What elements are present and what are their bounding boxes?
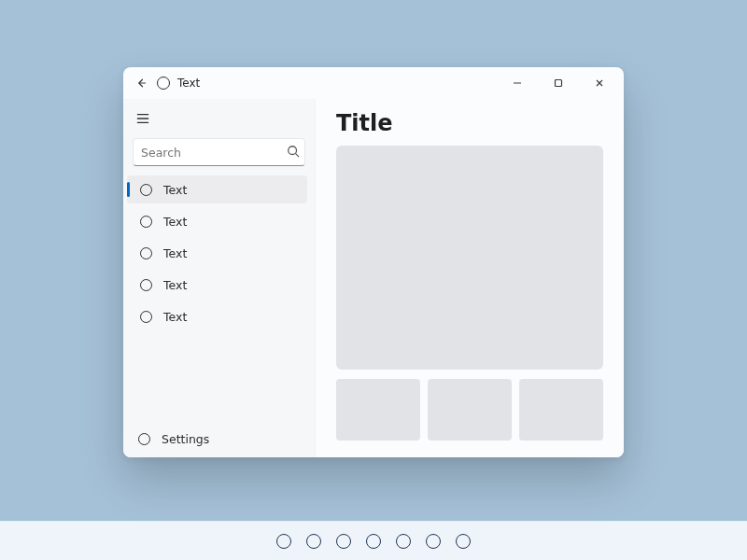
titlebar[interactable]: Text [123, 67, 624, 99]
circle-icon [140, 247, 152, 259]
nav-item-label: Text [163, 310, 187, 324]
desktop: Text [0, 0, 747, 560]
nav-item-label: Text [163, 183, 187, 197]
thumbnail-2[interactable] [428, 379, 512, 441]
content-pane: Title [316, 99, 624, 457]
search-input[interactable] [141, 146, 287, 160]
window-body: Text Text Text Text [123, 99, 624, 457]
nav-item-label: Text [163, 278, 187, 292]
thumbnail-1[interactable] [336, 379, 420, 441]
window-title: Text [177, 77, 200, 90]
svg-point-1 [289, 146, 297, 154]
nav-toggle-button[interactable] [125, 103, 161, 134]
hamburger-icon [136, 113, 149, 124]
svg-rect-0 [556, 80, 562, 87]
nav-item-4[interactable]: Text [127, 302, 307, 330]
close-icon [595, 78, 604, 88]
taskbar-pin-3[interactable] [336, 534, 351, 549]
nav-item-label: Text [163, 215, 187, 229]
taskbar-pin-7[interactable] [456, 534, 471, 549]
circle-icon [140, 279, 152, 291]
circle-icon [140, 216, 152, 228]
nav-item-0[interactable]: Text [127, 175, 307, 203]
circle-icon [140, 184, 152, 196]
minimize-icon [513, 78, 522, 88]
circle-icon [138, 433, 150, 445]
app-icon [157, 77, 170, 90]
taskbar-pin-2[interactable] [306, 534, 321, 549]
taskbar-pin-1[interactable] [276, 534, 291, 549]
taskbar-pin-5[interactable] [396, 534, 411, 549]
minimize-button[interactable] [497, 69, 538, 97]
nav-item-label: Text [163, 246, 187, 260]
nav-item-2[interactable]: Text [127, 239, 307, 267]
thumbnail-3[interactable] [519, 379, 603, 441]
nav-settings-label: Settings [162, 432, 209, 446]
hero-placeholder [336, 146, 603, 370]
page-title: Title [336, 110, 603, 136]
taskbar[interactable] [0, 521, 747, 560]
taskbar-pin-4[interactable] [366, 534, 381, 549]
maximize-icon [554, 78, 563, 88]
nav-settings[interactable]: Settings [123, 420, 315, 457]
taskbar-pin-6[interactable] [426, 534, 441, 549]
arrow-left-icon [135, 77, 147, 89]
nav-list: Text Text Text Text [123, 172, 315, 332]
close-button[interactable] [579, 69, 620, 97]
back-button[interactable] [131, 73, 151, 93]
maximize-button[interactable] [538, 69, 579, 97]
search-icon [287, 144, 300, 161]
search-box[interactable] [133, 138, 305, 166]
nav-item-3[interactable]: Text [127, 271, 307, 299]
app-window: Text [123, 67, 624, 457]
circle-icon [140, 311, 152, 323]
thumbnail-row [336, 379, 603, 441]
nav-pane: Text Text Text Text [123, 99, 316, 457]
nav-item-1[interactable]: Text [127, 207, 307, 235]
